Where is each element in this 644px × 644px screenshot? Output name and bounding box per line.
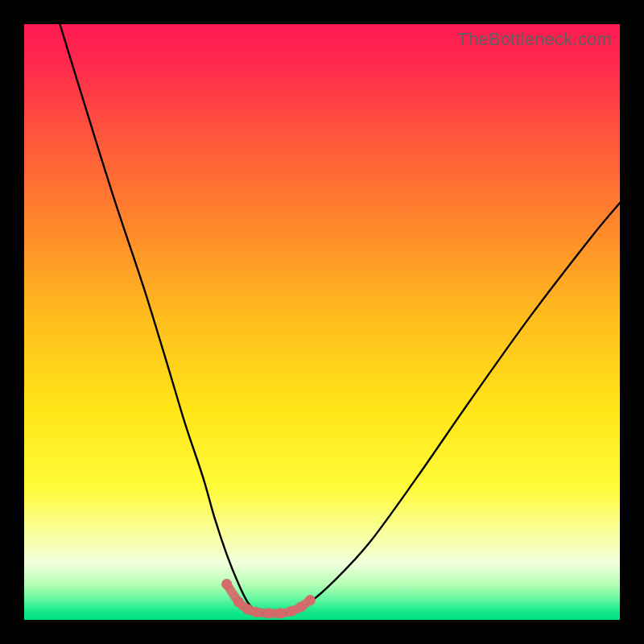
curve-layer	[24, 24, 620, 620]
chart-frame: TheBottleneck.com	[0, 0, 644, 644]
highlight-point	[263, 608, 274, 618]
highlight-point	[287, 605, 298, 616]
plot-area: TheBottleneck.com	[24, 24, 620, 620]
watermark-text: TheBottleneck.com	[457, 29, 612, 50]
bottleneck-curve	[60, 24, 620, 614]
highlight-point	[233, 597, 244, 607]
bottom-highlight-dots	[221, 579, 316, 618]
highlight-point	[221, 579, 232, 589]
highlight-point	[242, 604, 253, 614]
highlight-point	[275, 608, 286, 618]
highlight-point	[296, 601, 307, 612]
highlight-point	[251, 607, 262, 617]
highlight-point	[305, 595, 316, 605]
